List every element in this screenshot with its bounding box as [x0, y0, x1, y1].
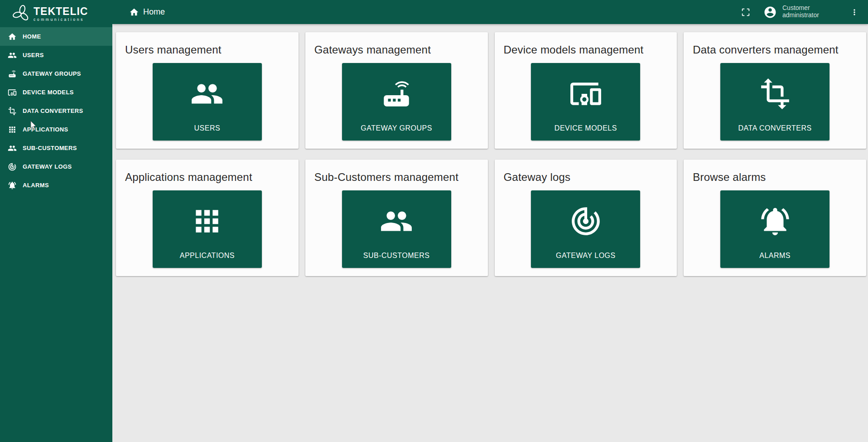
tile-icon-wrap	[342, 190, 451, 252]
sidebar-item-data-converters[interactable]: DATA CONVERTERS	[0, 102, 112, 120]
sub-customers-tile[interactable]: SUB-CUSTOMERS	[342, 190, 451, 268]
more-menu-button[interactable]	[850, 8, 859, 17]
tile-label: DEVICE MODELS	[555, 124, 617, 132]
sidebar-item-gateway-logs[interactable]: GATEWAY LOGS	[0, 157, 112, 176]
sidebar-item-applications[interactable]: APPLICATIONS	[0, 120, 112, 139]
breadcrumb-label: Home	[143, 7, 165, 17]
sidebar-item-sub-customers[interactable]: SUB-CUSTOMERS	[0, 139, 112, 157]
people-icon	[380, 204, 413, 238]
fullscreen-icon	[741, 7, 751, 17]
sidebar-item-label: DATA CONVERTERS	[23, 107, 83, 114]
tile-label: APPLICATIONS	[180, 252, 235, 260]
tile-icon-wrap	[153, 190, 262, 252]
avatar-button[interactable]	[763, 5, 777, 19]
sidebar-item-label: SUB-CUSTOMERS	[23, 145, 77, 151]
tile-icon-wrap	[153, 63, 262, 124]
tektelic-logo-icon	[12, 4, 31, 23]
sidebar-item-label: HOME	[23, 33, 41, 40]
card-gateways-management: Gateways management GATEWAY GROUPS	[305, 32, 488, 149]
track-changes-icon	[569, 204, 603, 238]
sidebar-item-device-models[interactable]: DEVICE MODELS	[0, 83, 112, 102]
sidebar-item-alarms[interactable]: ALARMS	[0, 176, 112, 194]
card-sub-customers-management: Sub-Customers management SUB-CUSTOMERS	[305, 160, 488, 276]
tile-label: GATEWAY GROUPS	[361, 124, 432, 132]
card-title: Gateways management	[305, 32, 488, 56]
alarms-tile[interactable]: ALARMS	[720, 190, 829, 268]
sidebar-item-label: DEVICE MODELS	[23, 89, 74, 96]
tile-icon-wrap	[342, 63, 451, 124]
sidebar: TEKTELIC communications HOME USERS GATEW…	[0, 0, 112, 442]
devices-icon	[8, 88, 17, 97]
transform-icon	[758, 77, 792, 111]
card-gateway-logs: Gateway logs GATEWAY LOGS	[495, 160, 677, 276]
people-icon	[8, 144, 17, 153]
card-title: Sub-Customers management	[305, 160, 488, 184]
router-icon	[8, 69, 17, 78]
tile-label: GATEWAY LOGS	[556, 252, 616, 260]
tile-icon-wrap	[531, 190, 640, 252]
tile-label: USERS	[194, 124, 221, 132]
card-title: Browse alarms	[684, 160, 866, 184]
sidebar-item-label: USERS	[23, 52, 44, 58]
tile-icon-wrap	[531, 63, 640, 124]
sidebar-nav: HOME USERS GATEWAY GROUPS DEVICE MODELS …	[0, 27, 112, 194]
account-circle-icon	[763, 5, 777, 19]
card-title: Applications management	[116, 160, 299, 184]
card-applications-management: Applications management APPLICATIONS	[116, 160, 299, 276]
more-vert-icon	[850, 8, 859, 17]
alarm-bell-icon	[758, 204, 792, 238]
card-device-models-management: Device models management DEVICE MODELS	[495, 32, 677, 149]
card-users-management: Users management USERS	[116, 32, 299, 149]
brand-name: TEKTELIC	[34, 6, 88, 17]
device-models-tile[interactable]: DEVICE MODELS	[531, 63, 640, 141]
dashboard-cards: Users management USERS Gateways manageme…	[116, 32, 866, 276]
topbar: Home Customer administrator	[112, 0, 868, 24]
brand-logo[interactable]: TEKTELIC communications	[0, 0, 112, 27]
gateway-groups-tile[interactable]: GATEWAY GROUPS	[342, 63, 451, 141]
card-title: Users management	[116, 32, 299, 56]
main-content: Users management USERS Gateways manageme…	[112, 24, 868, 442]
devices-icon	[569, 77, 603, 111]
sidebar-item-label: GATEWAY GROUPS	[23, 70, 81, 77]
card-title: Data converters management	[684, 32, 866, 56]
brand-text: TEKTELIC communications	[34, 6, 88, 22]
tile-icon-wrap	[720, 63, 829, 124]
brand-tagline: communications	[34, 17, 88, 22]
home-icon	[8, 32, 17, 41]
alarm-bell-icon	[8, 181, 17, 190]
gateway-logs-tile[interactable]: GATEWAY LOGS	[531, 190, 640, 268]
sidebar-item-label: GATEWAY LOGS	[23, 163, 72, 170]
sidebar-item-label: ALARMS	[23, 182, 49, 189]
user-role-label: Customer administrator	[782, 4, 844, 19]
users-tile[interactable]: USERS	[153, 63, 262, 141]
people-icon	[8, 51, 17, 60]
tile-label: SUB-CUSTOMERS	[363, 252, 430, 260]
transform-icon	[8, 107, 17, 116]
track-changes-icon	[8, 162, 17, 171]
card-title: Device models management	[495, 32, 677, 56]
card-browse-alarms: Browse alarms ALARMS	[684, 160, 866, 276]
sidebar-item-users[interactable]: USERS	[0, 46, 112, 64]
applications-tile[interactable]: APPLICATIONS	[153, 190, 262, 268]
sidebar-item-home[interactable]: HOME	[0, 27, 112, 46]
topbar-right: Customer administrator	[741, 0, 859, 24]
mouse-cursor	[30, 121, 37, 130]
apps-grid-icon	[8, 125, 17, 134]
people-icon	[190, 77, 224, 111]
router-icon	[380, 77, 413, 111]
fullscreen-button[interactable]	[741, 7, 751, 17]
tile-label: ALARMS	[759, 252, 791, 260]
card-title: Gateway logs	[495, 160, 677, 184]
breadcrumb-home[interactable]: Home	[129, 7, 165, 17]
home-icon	[129, 7, 139, 17]
tile-icon-wrap	[720, 190, 829, 252]
sidebar-item-gateway-groups[interactable]: GATEWAY GROUPS	[0, 64, 112, 83]
card-data-converters-management: Data converters management DATA CONVERTE…	[684, 32, 866, 149]
data-converters-tile[interactable]: DATA CONVERTERS	[720, 63, 829, 141]
apps-grid-icon	[190, 204, 224, 238]
tile-label: DATA CONVERTERS	[738, 124, 812, 132]
